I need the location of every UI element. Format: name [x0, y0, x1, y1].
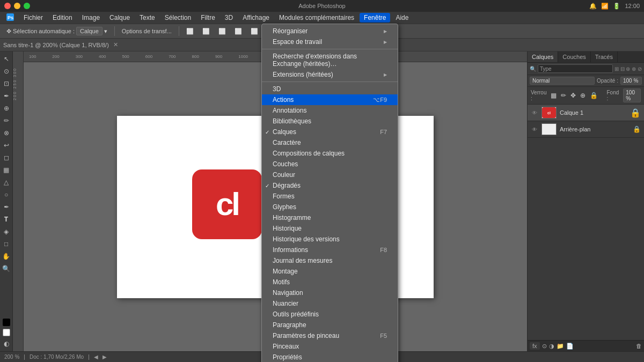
fenetre-dropdown-menu: Réorganiser Espace de travail Recherche … — [261, 24, 398, 362]
menu-actions[interactable]: Actions ⌥F9 — [262, 94, 398, 105]
dropdown-overlay[interactable]: Réorganiser Espace de travail Recherche … — [0, 0, 644, 362]
couches-label: Couches — [273, 160, 298, 168]
espace-travail-label: Espace de travail — [273, 38, 322, 46]
navigation-label: Navigation — [273, 289, 303, 297]
recherche-ext-label: Recherche d'extensions dans Exchange (hé… — [273, 53, 387, 68]
menu-compositions[interactable]: Compositions de calques — [262, 148, 398, 159]
3d-item-label: 3D — [273, 85, 281, 93]
montage-label: Montage — [273, 268, 298, 275]
outils-pre-label: Outils prédéfinis — [273, 311, 319, 318]
reorganiser-label: Réorganiser — [273, 27, 308, 35]
menu-formes[interactable]: Formes — [262, 191, 398, 202]
caractere-label: Caractère — [273, 139, 301, 146]
menu-couches[interactable]: Couches — [262, 159, 398, 169]
menu-degrades[interactable]: Dégradés — [262, 180, 398, 191]
couleur-label: Couleur — [273, 171, 295, 179]
menu-pinceaux[interactable]: Pinceaux — [262, 341, 398, 352]
menu-annotations[interactable]: Annotations — [262, 105, 398, 116]
informations-shortcut: F8 — [380, 247, 387, 253]
param-pinceau-label: Paramètres de pinceau — [273, 332, 339, 339]
menu-outils-predefinis[interactable]: Outils prédéfinis — [262, 309, 398, 320]
degrades-label: Dégradés — [273, 182, 301, 189]
annotations-label: Annotations — [273, 107, 306, 114]
param-pinceau-shortcut: F5 — [380, 333, 387, 339]
ext-heritees-label: Extensions (héritées) — [273, 71, 333, 78]
glyphes-label: Glyphes — [273, 203, 296, 211]
menu-glyphes[interactable]: Glyphes — [262, 202, 398, 212]
menu-motifs[interactable]: Motifs — [262, 277, 398, 287]
menu-montage[interactable]: Montage — [262, 266, 398, 277]
compositions-label: Compositions de calques — [273, 150, 345, 157]
formes-label: Formes — [273, 193, 295, 200]
actions-label: Actions — [273, 96, 294, 104]
menu-paragraphe[interactable]: Paragraphe — [262, 320, 398, 330]
hist-versions-label: Historique des versions — [273, 235, 340, 243]
menu-informations[interactable]: Informations F8 — [262, 245, 398, 255]
menu-navigation[interactable]: Navigation — [262, 287, 398, 298]
motifs-label: Motifs — [273, 278, 290, 286]
menu-couleur[interactable]: Couleur — [262, 169, 398, 180]
menu-parametres-pinceau[interactable]: Paramètres de pinceau F5 — [262, 330, 398, 341]
paragraphe-label: Paragraphe — [273, 321, 306, 329]
menu-proprietes[interactable]: Propriétés — [262, 352, 398, 362]
journal-label: Journal des mesures — [273, 257, 332, 264]
menu-reorganiser[interactable]: Réorganiser — [262, 26, 398, 36]
menu-3d-item[interactable]: 3D — [262, 84, 398, 94]
menu-bibliotheques[interactable]: Bibliothèques — [262, 116, 398, 127]
menu-calques-item[interactable]: Calques F7 — [262, 127, 398, 137]
menu-journal-mesures[interactable]: Journal des mesures — [262, 255, 398, 266]
proprietes-label: Propriétés — [273, 353, 302, 361]
menu-espace-travail[interactable]: Espace de travail — [262, 36, 398, 47]
menu-extensions-heritees[interactable]: Extensions (héritées) — [262, 69, 398, 80]
menu-historique[interactable]: Historique — [262, 223, 398, 234]
histogramme-label: Histogramme — [273, 214, 311, 221]
informations-label: Informations — [273, 246, 308, 254]
pinceaux-label: Pinceaux — [273, 343, 299, 350]
menu-caractere[interactable]: Caractère — [262, 137, 398, 148]
sep-1 — [262, 49, 398, 49]
nuancier-label: Nuancier — [273, 300, 298, 307]
sep-2 — [262, 82, 398, 82]
menu-nuancier[interactable]: Nuancier — [262, 298, 398, 309]
menu-histogramme[interactable]: Histogramme — [262, 212, 398, 223]
bibliotheques-label: Bibliothèques — [273, 117, 311, 125]
menu-historique-versions[interactable]: Historique des versions — [262, 234, 398, 245]
historique-label: Historique — [273, 225, 302, 232]
calques-item-label: Calques — [273, 128, 296, 136]
menu-recherche-extensions[interactable]: Recherche d'extensions dans Exchange (hé… — [262, 51, 398, 69]
actions-shortcut: ⌥F9 — [373, 97, 387, 104]
calques-shortcut: F7 — [380, 129, 387, 135]
